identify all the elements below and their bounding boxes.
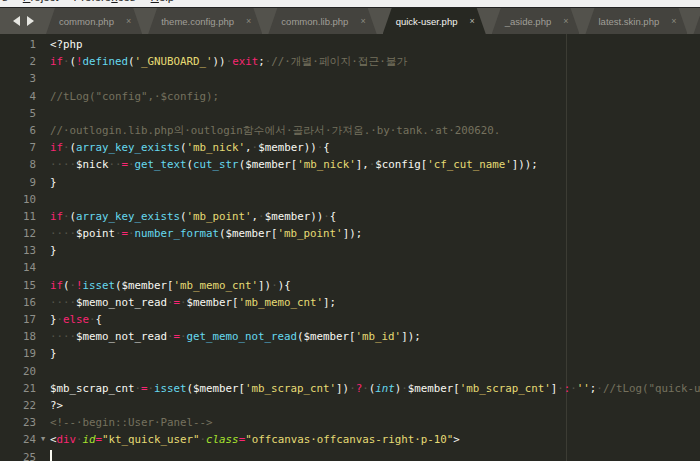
fold-spacer (36, 156, 50, 173)
token: id (83, 433, 96, 446)
close-icon[interactable]: × (360, 16, 365, 26)
code-text: ····$memo_not_read·=·$member['mb_memo_cn… (50, 294, 700, 311)
code-line-10[interactable]: 10 (0, 191, 700, 208)
gutter: 9 (0, 174, 50, 191)
code-line-12[interactable]: 12····$point·=·number_format($member['mb… (0, 225, 700, 242)
code-line-19[interactable]: 19} (0, 345, 700, 362)
tab-theme.config.php[interactable]: theme.config.php× (148, 8, 262, 34)
line-number: 18 (0, 328, 36, 345)
fold-spacer (36, 139, 50, 156)
token: int (375, 382, 395, 395)
close-icon[interactable]: × (469, 16, 474, 26)
code-line-25[interactable]: 25 (0, 449, 700, 461)
tab-common.lib.php[interactable]: common.lib.php× (268, 8, 376, 34)
code-text: <?php (50, 36, 700, 53)
code-text: } (50, 242, 700, 259)
code-text: $mb_scrap_cnt·=·isset($member['mb_scrap_… (50, 380, 700, 397)
code-line-9[interactable]: 9} (0, 174, 700, 191)
code-line-16[interactable]: 16····$memo_not_read·=·$member['mb_memo_… (0, 294, 700, 311)
token: ($member[ (187, 382, 246, 395)
token: ]); (401, 330, 421, 343)
token: <?php (50, 38, 83, 51)
code-line-21[interactable]: 21$mb_scrap_cnt·=·isset($member['mb_scra… (0, 380, 700, 397)
line-number: 10 (0, 191, 36, 208)
menu-mnemonic: n (111, 0, 117, 3)
tab-label: common.lib.php (281, 16, 348, 27)
token: $member[ (187, 296, 239, 309)
token: $memo_not_read (76, 296, 167, 309)
token: $memo_not_read (76, 330, 167, 343)
close-icon[interactable]: × (126, 16, 131, 26)
tab-latest.skin.php[interactable]: latest.skin.php× (585, 8, 687, 34)
token: if (50, 279, 63, 292)
gutter: 18 (0, 328, 50, 345)
token: ($member[ (239, 158, 298, 171)
code-line-15[interactable]: 15if(·!isset($member['mb_memo_cnt'])·){ (0, 277, 700, 294)
fold-spacer (36, 53, 50, 70)
code-line-4[interactable]: 4//tLog("config",·$config); (0, 88, 700, 105)
code-editor[interactable]: 1<?php2if·(!defined('_GNUBOARD_'))·exit;… (0, 34, 700, 461)
code-line-1[interactable]: 1<?php (0, 36, 700, 53)
code-text: ····$nick··=·get_text(cut_str($member['m… (50, 156, 700, 173)
token: "offcanvas·offcanvas-right·p-10" (245, 433, 453, 446)
tab-scroll-left-icon[interactable] (13, 16, 20, 26)
code-line-23[interactable]: 23<!--·begin::User·Panel--> (0, 414, 700, 431)
tab-m[interactable]: m (693, 8, 700, 34)
token: "kt_quick_user" (102, 433, 200, 446)
code-line-11[interactable]: 11if·(array_key_exists('mb_point',·$memb… (0, 208, 700, 225)
tab-_aside.php[interactable]: _aside.php× (492, 8, 580, 34)
token: 'mb_memo_cnt' (239, 296, 324, 309)
menu-item-help[interactable]: Help (151, 0, 175, 3)
token: isset (154, 382, 187, 395)
code-line-6[interactable]: 6//·outlogin.lib.php의·outlogin함수에서·골라서·가… (0, 122, 700, 139)
line-number: 16 (0, 294, 36, 311)
code-line-20[interactable]: 20 (0, 363, 700, 380)
tab-common.php[interactable]: common.php× (46, 8, 142, 34)
fold-spacer (36, 36, 50, 53)
code-text: //tLog("config",·$config); (50, 88, 700, 105)
token: ·· (109, 158, 122, 171)
code-line-2[interactable]: 2if·(!defined('_GNUBOARD_'))·exit;·//·개별… (0, 53, 700, 70)
token: defined (83, 55, 129, 68)
fold-arrow-icon[interactable]: ▼ (36, 431, 50, 448)
code-line-24[interactable]: 24▼<div·id="kt_quick_user"·class="offcan… (0, 431, 700, 448)
code-line-22[interactable]: 22?> (0, 397, 700, 414)
token: //·개별·페이지·접근·불가 (271, 55, 407, 68)
gutter: 4 (0, 88, 50, 105)
token: $mb_scrap_cnt (50, 382, 135, 395)
tab-quick-user.php[interactable]: quick-user.php× (383, 8, 486, 34)
tab-scroll-right-icon[interactable] (27, 16, 34, 26)
close-icon[interactable]: × (671, 16, 676, 26)
code-line-5[interactable]: 5 (0, 105, 700, 122)
close-icon[interactable]: × (246, 16, 251, 26)
menu-item-preferences[interactable]: Preferences (74, 0, 136, 3)
code-line-7[interactable]: 7if·(array_key_exists('mb_nick',·$member… (0, 139, 700, 156)
close-icon[interactable]: × (563, 16, 568, 26)
code-line-18[interactable]: 18····$memo_not_read·=·get_memo_not_read… (0, 328, 700, 345)
menu-item-s[interactable]: s (2, 0, 8, 3)
token: cut_str (193, 158, 239, 171)
token: $config[ (375, 158, 427, 171)
fold-spacer (36, 380, 50, 397)
token: $member)) (265, 210, 324, 223)
code-line-8[interactable]: 8····$nick··=·get_text(cut_str($member['… (0, 156, 700, 173)
token: )) (213, 55, 226, 68)
code-line-17[interactable]: 17}·else·{ (0, 311, 700, 328)
code-text (50, 259, 700, 276)
code-line-13[interactable]: 13} (0, 242, 700, 259)
menu-item-project[interactable]: Project (23, 0, 59, 3)
gutter: 20 (0, 363, 50, 380)
gutter: 22 (0, 397, 50, 414)
line-number: 13 (0, 242, 36, 259)
fold-spacer (36, 225, 50, 242)
gutter: 5 (0, 105, 50, 122)
token: exit (232, 55, 258, 68)
token: ]) (336, 382, 349, 395)
line-number: 5 (0, 105, 36, 122)
token: { (330, 210, 337, 223)
code-line-3[interactable]: 3 (0, 70, 700, 87)
line-number: 25 (0, 449, 36, 461)
fold-spacer (36, 363, 50, 380)
gutter: 23 (0, 414, 50, 431)
code-line-14[interactable]: 14 (0, 259, 700, 276)
